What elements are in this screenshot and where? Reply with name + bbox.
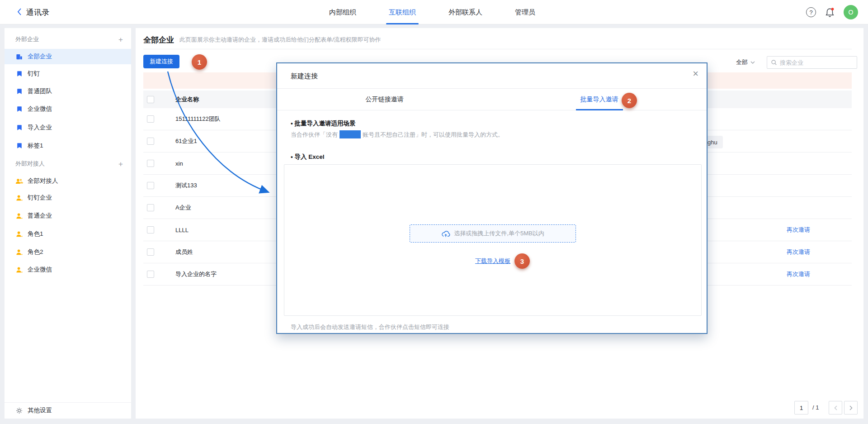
redacted-brand-box xyxy=(340,130,361,138)
company-name: xin xyxy=(175,160,183,167)
import-excel-title: • 导入 Excel xyxy=(291,153,325,161)
notification-bell-icon[interactable] xyxy=(825,7,835,18)
row-checkbox[interactable] xyxy=(147,160,154,167)
sidebar-section-external-companies: 外部企业 + xyxy=(15,34,123,45)
back-button[interactable]: 通讯录 xyxy=(17,0,49,24)
row-checkbox[interactable] xyxy=(147,182,154,189)
company-name: 成员姓 xyxy=(175,248,193,256)
company-name: 15111111122团队 xyxy=(175,115,221,123)
scenario-description: 当合作伙伴「没有账号且不想自己注册」时，可以使用批量导入的方式。 xyxy=(291,130,504,139)
row-checkbox[interactable] xyxy=(147,204,154,211)
bookmark-icon xyxy=(15,71,23,77)
header-divider xyxy=(143,49,852,49)
tab-admins[interactable]: 管理员 xyxy=(515,0,535,24)
sidebar: 外部企业 + 全部企业 钉钉 普通团队 企业微信 导入企业 标签1 外部对接人 xyxy=(5,28,131,419)
person-icon xyxy=(15,267,23,273)
total-pages-label: / 1 xyxy=(812,404,819,411)
section-subtitle: 此页面展示你主动邀请的企业，邀请成功后给他们分配表单/流程权限即可协作 xyxy=(179,36,381,44)
tab-external-contacts[interactable]: 外部联系人 xyxy=(448,0,482,24)
new-connection-modal: 新建连接 × 公开链接邀请 批量导入邀请 • 批量导入邀请适用场景 当合作伙伴「… xyxy=(276,62,708,334)
sidebar-item-label: 普通企业 xyxy=(28,212,52,220)
modal-tabs: 公开链接邀请 批量导入邀请 xyxy=(277,89,707,110)
sidebar-item-label: 标签1 xyxy=(28,142,43,150)
sidebar-item-role2[interactable]: 角色2 xyxy=(5,244,131,260)
filter-label: 全部 xyxy=(736,58,748,67)
column-header-company-name: 企业名称 xyxy=(175,95,199,104)
bookmark-icon xyxy=(15,124,23,131)
new-connection-button[interactable]: 新建连接 xyxy=(143,55,179,68)
row-checkbox[interactable] xyxy=(147,138,154,145)
chevron-left-icon xyxy=(834,405,837,410)
sidebar-item-label: 钉钉 xyxy=(28,70,40,78)
help-icon[interactable]: ? xyxy=(806,7,816,17)
tab-internal-org[interactable]: 内部组织 xyxy=(329,0,356,24)
tab-connected-org[interactable]: 互联组织 xyxy=(389,0,416,24)
next-page-button[interactable] xyxy=(844,401,858,414)
sidebar-item-normal-team[interactable]: 普通团队 xyxy=(5,84,131,99)
section-title: 全部企业 xyxy=(143,35,174,45)
sidebar-item-label: 角色2 xyxy=(28,248,43,256)
row-checkbox[interactable] xyxy=(147,226,154,233)
company-name: A企业 xyxy=(175,204,191,212)
sidebar-item-normal-companies[interactable]: 普通企业 xyxy=(5,208,131,224)
sidebar-item-dingtalk-companies[interactable]: 钉钉企业 xyxy=(5,190,131,205)
sidebar-section-external-partners: 外部对接人 + xyxy=(15,158,123,169)
reinvite-link[interactable]: 再次邀请 xyxy=(787,226,814,234)
person-icon xyxy=(15,231,23,238)
tab-public-link-invite[interactable]: 公开链接邀请 xyxy=(277,89,492,110)
sidebar-item-wecom-partners[interactable]: 企业微信 xyxy=(5,262,131,277)
person-icon xyxy=(15,249,23,256)
sidebar-item-all-companies[interactable]: 全部企业 xyxy=(5,49,131,64)
sidebar-item-dingtalk[interactable]: 钉钉 xyxy=(5,66,131,81)
row-checkbox[interactable] xyxy=(147,248,154,256)
topbar-icons: ? O xyxy=(806,0,858,24)
scenario-title: • 批量导入邀请适用场景 xyxy=(291,119,355,128)
import-area: 选择或拖拽上传文件,单个5MB以内 下载导入模板 xyxy=(284,164,702,316)
current-page-box[interactable]: 1 xyxy=(794,401,808,414)
filter-all-dropdown[interactable]: 全部 xyxy=(736,56,755,69)
sidebar-item-role1[interactable]: 角色1 xyxy=(5,226,131,242)
step-badge-1: 1 xyxy=(192,54,207,70)
reinvite-link[interactable]: 再次邀请 xyxy=(787,270,814,278)
search-input[interactable] xyxy=(780,59,848,66)
company-name: LLLL xyxy=(175,227,189,233)
top-tabs: 内部组织 互联组织 外部联系人 管理员 xyxy=(329,0,535,24)
search-icon xyxy=(771,59,777,66)
select-all-checkbox[interactable] xyxy=(147,96,154,103)
add-partner-icon[interactable]: + xyxy=(118,160,123,168)
contacts-admin-page: 通讯录 内部组织 互联组织 外部联系人 管理员 ? O 外部企业 + 全部企业 … xyxy=(0,0,868,424)
add-company-icon[interactable]: + xyxy=(118,36,123,43)
sidebar-item-label: 企业微信 xyxy=(28,105,52,113)
section-header-label: 外部对接人 xyxy=(15,160,45,168)
person-icon xyxy=(15,195,23,201)
sidebar-item-label: 企业微信 xyxy=(28,266,52,274)
reinvite-link[interactable]: 再次邀请 xyxy=(787,248,814,256)
bookmark-icon xyxy=(15,88,23,95)
file-dropzone[interactable]: 选择或拖拽上传文件,单个5MB以内 xyxy=(410,224,576,243)
bookmark-icon xyxy=(15,143,23,149)
cloud-upload-icon xyxy=(441,230,450,238)
search-box xyxy=(767,56,857,69)
sidebar-item-wecom[interactable]: 企业微信 xyxy=(5,101,131,117)
gear-icon xyxy=(15,407,23,414)
modal-title: 新建连接 xyxy=(291,72,318,81)
tab-batch-import-invite[interactable]: 批量导入邀请 xyxy=(492,89,707,110)
page-title: 通讯录 xyxy=(26,7,49,18)
bookmark-icon xyxy=(15,106,23,112)
avatar[interactable]: O xyxy=(844,5,858,19)
sidebar-item-label: 全部企业 xyxy=(28,52,52,61)
row-checkbox[interactable] xyxy=(147,271,154,278)
page-header: 全部企业 此页面展示你主动邀请的企业，邀请成功后给他们分配表单/流程权限即可协作 xyxy=(143,33,381,47)
company-name: 测试133 xyxy=(175,181,197,190)
company-icon xyxy=(15,53,23,60)
download-template-link[interactable]: 下载导入模板 xyxy=(475,257,510,265)
sidebar-item-imported-companies[interactable]: 导入企业 xyxy=(5,120,131,135)
prev-page-button[interactable] xyxy=(829,401,842,414)
sidebar-item-tag1[interactable]: 标签1 xyxy=(5,138,131,153)
sidebar-item-all-partners[interactable]: 全部对接人 xyxy=(5,173,131,189)
section-header-label: 外部企业 xyxy=(15,35,39,43)
company-name: 61企业1 xyxy=(175,137,197,145)
close-icon[interactable]: × xyxy=(693,69,698,79)
row-checkbox[interactable] xyxy=(147,115,154,123)
sidebar-item-other-settings[interactable]: 其他设置 xyxy=(5,403,131,418)
